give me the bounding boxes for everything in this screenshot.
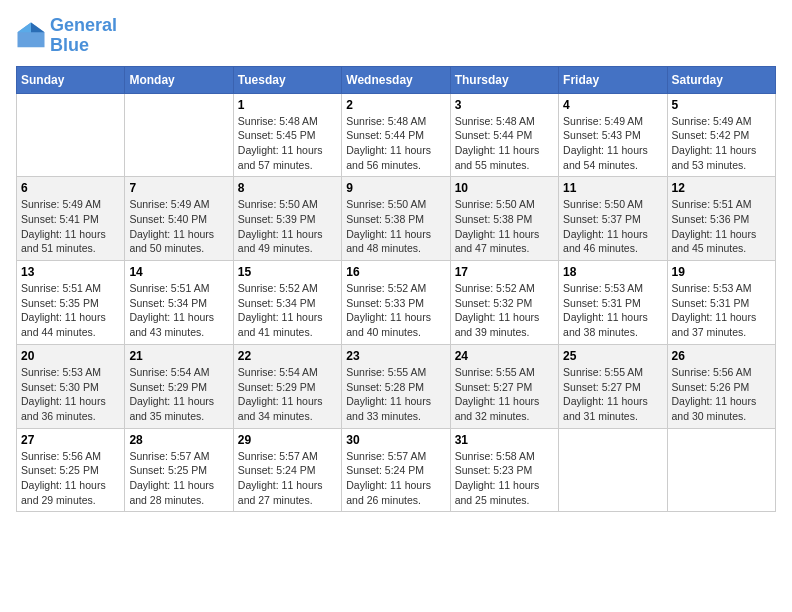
- calendar-cell: 1Sunrise: 5:48 AMSunset: 5:45 PMDaylight…: [233, 93, 341, 177]
- day-info: Sunrise: 5:50 AMSunset: 5:38 PMDaylight:…: [346, 197, 445, 256]
- calendar-cell: 26Sunrise: 5:56 AMSunset: 5:26 PMDayligh…: [667, 344, 775, 428]
- day-number: 6: [21, 181, 120, 195]
- day-info: Sunrise: 5:53 AMSunset: 5:31 PMDaylight:…: [563, 281, 662, 340]
- calendar-cell: 13Sunrise: 5:51 AMSunset: 5:35 PMDayligh…: [17, 261, 125, 345]
- day-number: 12: [672, 181, 771, 195]
- day-number: 13: [21, 265, 120, 279]
- day-info: Sunrise: 5:51 AMSunset: 5:34 PMDaylight:…: [129, 281, 228, 340]
- column-header-tuesday: Tuesday: [233, 66, 341, 93]
- day-info: Sunrise: 5:48 AMSunset: 5:44 PMDaylight:…: [346, 114, 445, 173]
- calendar-cell: 14Sunrise: 5:51 AMSunset: 5:34 PMDayligh…: [125, 261, 233, 345]
- day-number: 27: [21, 433, 120, 447]
- day-number: 18: [563, 265, 662, 279]
- day-number: 3: [455, 98, 554, 112]
- day-number: 23: [346, 349, 445, 363]
- day-number: 30: [346, 433, 445, 447]
- calendar-cell: [17, 93, 125, 177]
- column-header-wednesday: Wednesday: [342, 66, 450, 93]
- calendar-cell: 24Sunrise: 5:55 AMSunset: 5:27 PMDayligh…: [450, 344, 558, 428]
- day-info: Sunrise: 5:54 AMSunset: 5:29 PMDaylight:…: [129, 365, 228, 424]
- day-info: Sunrise: 5:48 AMSunset: 5:44 PMDaylight:…: [455, 114, 554, 173]
- calendar-cell: 12Sunrise: 5:51 AMSunset: 5:36 PMDayligh…: [667, 177, 775, 261]
- logo-icon: [16, 21, 46, 51]
- day-info: Sunrise: 5:49 AMSunset: 5:43 PMDaylight:…: [563, 114, 662, 173]
- calendar-table: SundayMondayTuesdayWednesdayThursdayFrid…: [16, 66, 776, 513]
- day-number: 10: [455, 181, 554, 195]
- day-number: 8: [238, 181, 337, 195]
- day-number: 21: [129, 349, 228, 363]
- calendar-cell: 18Sunrise: 5:53 AMSunset: 5:31 PMDayligh…: [559, 261, 667, 345]
- calendar-cell: [667, 428, 775, 512]
- calendar-cell: 17Sunrise: 5:52 AMSunset: 5:32 PMDayligh…: [450, 261, 558, 345]
- logo-text: General Blue: [50, 16, 117, 56]
- calendar-cell: 25Sunrise: 5:55 AMSunset: 5:27 PMDayligh…: [559, 344, 667, 428]
- column-header-thursday: Thursday: [450, 66, 558, 93]
- page-header: General Blue: [16, 16, 776, 56]
- day-number: 31: [455, 433, 554, 447]
- day-number: 11: [563, 181, 662, 195]
- column-header-friday: Friday: [559, 66, 667, 93]
- calendar-cell: 29Sunrise: 5:57 AMSunset: 5:24 PMDayligh…: [233, 428, 341, 512]
- day-number: 25: [563, 349, 662, 363]
- column-header-monday: Monday: [125, 66, 233, 93]
- day-info: Sunrise: 5:52 AMSunset: 5:32 PMDaylight:…: [455, 281, 554, 340]
- day-info: Sunrise: 5:51 AMSunset: 5:35 PMDaylight:…: [21, 281, 120, 340]
- calendar-cell: 3Sunrise: 5:48 AMSunset: 5:44 PMDaylight…: [450, 93, 558, 177]
- day-info: Sunrise: 5:57 AMSunset: 5:25 PMDaylight:…: [129, 449, 228, 508]
- column-header-saturday: Saturday: [667, 66, 775, 93]
- day-info: Sunrise: 5:57 AMSunset: 5:24 PMDaylight:…: [346, 449, 445, 508]
- day-number: 14: [129, 265, 228, 279]
- calendar-cell: 31Sunrise: 5:58 AMSunset: 5:23 PMDayligh…: [450, 428, 558, 512]
- day-number: 20: [21, 349, 120, 363]
- calendar-cell: 20Sunrise: 5:53 AMSunset: 5:30 PMDayligh…: [17, 344, 125, 428]
- day-info: Sunrise: 5:49 AMSunset: 5:41 PMDaylight:…: [21, 197, 120, 256]
- svg-marker-1: [31, 22, 45, 32]
- day-number: 5: [672, 98, 771, 112]
- day-number: 22: [238, 349, 337, 363]
- calendar-cell: 16Sunrise: 5:52 AMSunset: 5:33 PMDayligh…: [342, 261, 450, 345]
- calendar-cell: 8Sunrise: 5:50 AMSunset: 5:39 PMDaylight…: [233, 177, 341, 261]
- day-info: Sunrise: 5:52 AMSunset: 5:33 PMDaylight:…: [346, 281, 445, 340]
- calendar-cell: 4Sunrise: 5:49 AMSunset: 5:43 PMDaylight…: [559, 93, 667, 177]
- calendar-cell: 10Sunrise: 5:50 AMSunset: 5:38 PMDayligh…: [450, 177, 558, 261]
- day-number: 4: [563, 98, 662, 112]
- day-info: Sunrise: 5:55 AMSunset: 5:27 PMDaylight:…: [563, 365, 662, 424]
- calendar-cell: 27Sunrise: 5:56 AMSunset: 5:25 PMDayligh…: [17, 428, 125, 512]
- day-number: 2: [346, 98, 445, 112]
- calendar-cell: 7Sunrise: 5:49 AMSunset: 5:40 PMDaylight…: [125, 177, 233, 261]
- day-info: Sunrise: 5:48 AMSunset: 5:45 PMDaylight:…: [238, 114, 337, 173]
- calendar-cell: 5Sunrise: 5:49 AMSunset: 5:42 PMDaylight…: [667, 93, 775, 177]
- day-info: Sunrise: 5:49 AMSunset: 5:40 PMDaylight:…: [129, 197, 228, 256]
- day-number: 16: [346, 265, 445, 279]
- day-number: 1: [238, 98, 337, 112]
- svg-marker-2: [18, 22, 32, 32]
- calendar-cell: [559, 428, 667, 512]
- day-number: 26: [672, 349, 771, 363]
- day-number: 15: [238, 265, 337, 279]
- column-header-sunday: Sunday: [17, 66, 125, 93]
- day-number: 28: [129, 433, 228, 447]
- day-number: 9: [346, 181, 445, 195]
- day-info: Sunrise: 5:54 AMSunset: 5:29 PMDaylight:…: [238, 365, 337, 424]
- day-info: Sunrise: 5:49 AMSunset: 5:42 PMDaylight:…: [672, 114, 771, 173]
- calendar-cell: 11Sunrise: 5:50 AMSunset: 5:37 PMDayligh…: [559, 177, 667, 261]
- calendar-cell: [125, 93, 233, 177]
- day-info: Sunrise: 5:50 AMSunset: 5:38 PMDaylight:…: [455, 197, 554, 256]
- calendar-cell: 15Sunrise: 5:52 AMSunset: 5:34 PMDayligh…: [233, 261, 341, 345]
- day-info: Sunrise: 5:58 AMSunset: 5:23 PMDaylight:…: [455, 449, 554, 508]
- day-info: Sunrise: 5:51 AMSunset: 5:36 PMDaylight:…: [672, 197, 771, 256]
- calendar-cell: 6Sunrise: 5:49 AMSunset: 5:41 PMDaylight…: [17, 177, 125, 261]
- calendar-cell: 22Sunrise: 5:54 AMSunset: 5:29 PMDayligh…: [233, 344, 341, 428]
- calendar-cell: 23Sunrise: 5:55 AMSunset: 5:28 PMDayligh…: [342, 344, 450, 428]
- calendar-cell: 2Sunrise: 5:48 AMSunset: 5:44 PMDaylight…: [342, 93, 450, 177]
- day-info: Sunrise: 5:53 AMSunset: 5:30 PMDaylight:…: [21, 365, 120, 424]
- calendar-cell: 30Sunrise: 5:57 AMSunset: 5:24 PMDayligh…: [342, 428, 450, 512]
- day-number: 17: [455, 265, 554, 279]
- day-info: Sunrise: 5:55 AMSunset: 5:28 PMDaylight:…: [346, 365, 445, 424]
- day-info: Sunrise: 5:57 AMSunset: 5:24 PMDaylight:…: [238, 449, 337, 508]
- day-info: Sunrise: 5:53 AMSunset: 5:31 PMDaylight:…: [672, 281, 771, 340]
- calendar-cell: 9Sunrise: 5:50 AMSunset: 5:38 PMDaylight…: [342, 177, 450, 261]
- day-info: Sunrise: 5:56 AMSunset: 5:26 PMDaylight:…: [672, 365, 771, 424]
- day-number: 24: [455, 349, 554, 363]
- day-number: 19: [672, 265, 771, 279]
